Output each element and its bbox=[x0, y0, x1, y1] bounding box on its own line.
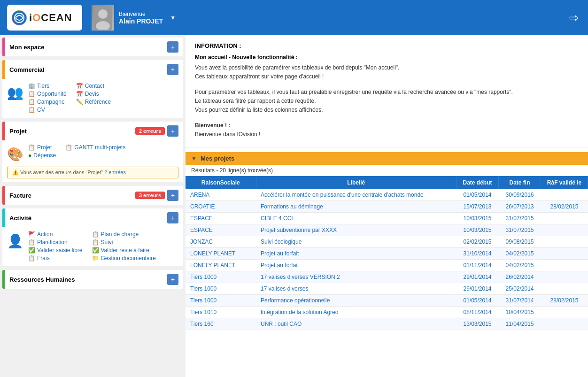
link-libelle[interactable]: Projet au forfait bbox=[261, 250, 299, 257]
link-date-debut[interactable]: 01/05/2014 bbox=[463, 192, 491, 198]
link-cv[interactable]: 📋CV bbox=[28, 107, 67, 113]
projets-toggle[interactable]: ▼ bbox=[191, 155, 197, 162]
link-libelle[interactable]: 17 valises diverses VERSION 2 bbox=[261, 274, 340, 280]
col-header-raison[interactable]: RaisonSociale bbox=[186, 176, 256, 189]
link-opportunite[interactable]: 📋Opportunité bbox=[28, 91, 67, 97]
link-date-fin[interactable]: 09/08/2015 bbox=[505, 239, 534, 245]
link-date-fin[interactable]: 31/07/2015 bbox=[505, 215, 534, 222]
link-campagne[interactable]: 📋Campagne bbox=[28, 99, 67, 105]
link-libelle[interactable]: Projet au forfait bbox=[261, 262, 299, 269]
link-plan-charge[interactable]: 📋Plan de charge bbox=[92, 231, 156, 238]
link-date-debut[interactable]: 08/11/2014 bbox=[463, 309, 491, 315]
link-valider-saisie[interactable]: ✅Valider saisie libre bbox=[28, 247, 83, 254]
link-date-debut[interactable]: 01/05/2014 bbox=[463, 297, 491, 304]
pin-mon-espace[interactable]: + bbox=[167, 41, 178, 53]
link-gestion-doc[interactable]: 📁Gestion documentaire bbox=[92, 255, 156, 262]
projets-title: Mes projets bbox=[201, 155, 234, 162]
link-raison[interactable]: LONELY PLANET bbox=[190, 250, 235, 257]
pin-commercial[interactable]: + bbox=[167, 64, 178, 75]
info-title: INFORMATION : bbox=[195, 42, 579, 49]
link-date-fin[interactable]: 26/07/2013 bbox=[505, 203, 534, 210]
link-libelle[interactable]: Accélérer la montée en puissance d'une c… bbox=[261, 192, 424, 198]
link-contact[interactable]: 📅Contact bbox=[76, 83, 111, 89]
link-date-debut[interactable]: 29/01/2014 bbox=[463, 274, 491, 280]
link-date-fin[interactable]: 30/09/2016 bbox=[505, 192, 534, 198]
link-date-fin[interactable]: 10/04/2015 bbox=[505, 309, 534, 315]
link-frais[interactable]: 📋Frais bbox=[28, 255, 83, 262]
link-date-fin[interactable]: 25/02/2014 bbox=[505, 285, 534, 292]
pin-activite[interactable]: + bbox=[167, 212, 178, 223]
link-libelle[interactable]: Performance opérationnelle bbox=[261, 297, 330, 304]
info-para-4: Le tableau sera filtré par rapport à cet… bbox=[195, 98, 579, 104]
pin-facture[interactable]: + bbox=[167, 190, 178, 201]
logout-button[interactable]: ⇨ bbox=[569, 11, 579, 24]
info-para-3: Pour paramétrer vos tableaux, il vous fa… bbox=[195, 89, 579, 95]
link-raison[interactable]: Tiers 1000 bbox=[190, 274, 217, 280]
link-gantt[interactable]: 📋GANTT multi-projets bbox=[65, 144, 125, 151]
projets-header: ▼ Mes projets bbox=[186, 152, 588, 165]
projets-section: ▼ Mes projets Résultats - 20 ligne(s) tr… bbox=[186, 152, 588, 330]
link-reference[interactable]: ✏️Référence bbox=[76, 99, 111, 105]
link-raison[interactable]: CROATIE bbox=[190, 203, 215, 210]
link-date-debut[interactable]: 01/11/2014 bbox=[463, 262, 491, 269]
cell-raison: ARENA bbox=[186, 189, 256, 201]
link-action[interactable]: 🚩Action bbox=[28, 231, 83, 238]
cell-date-debut: 29/01/2014 bbox=[456, 271, 499, 283]
link-devis[interactable]: 📅Devis bbox=[76, 91, 111, 97]
link-raison[interactable]: Tiers 160 bbox=[190, 321, 214, 327]
cell-raison: Tiers 1000 bbox=[186, 283, 256, 295]
link-date-fin[interactable]: 04/02/2015 bbox=[505, 250, 534, 257]
link-valider-reste[interactable]: ✅Valider reste à faire bbox=[92, 247, 156, 254]
link-date-fin[interactable]: 31/07/2014 bbox=[505, 297, 534, 304]
link-depense[interactable]: ●Dépense bbox=[28, 152, 56, 159]
link-date-fin[interactable]: 31/07/2015 bbox=[505, 227, 534, 233]
link-tiers[interactable]: 🏢Tiers bbox=[28, 83, 67, 89]
projet-links: 📋Projet ●Dépense 📋GANTT multi-projets bbox=[28, 144, 178, 162]
col-header-date-debut[interactable]: Date début bbox=[456, 176, 499, 189]
link-raison[interactable]: Tiers 1000 bbox=[190, 297, 217, 304]
link-date-debut[interactable]: 29/01/2014 bbox=[463, 285, 491, 292]
link-raison[interactable]: ESPACE bbox=[190, 227, 213, 233]
link-raf[interactable]: 28/02/2015 bbox=[550, 297, 578, 304]
projet-col2: 📋GANTT multi-projets bbox=[65, 144, 125, 162]
col-header-raf[interactable]: RàF validé le bbox=[541, 176, 588, 189]
link-libelle[interactable]: UNR : outil CAO bbox=[261, 321, 302, 327]
link-libelle[interactable]: Suivi écologique bbox=[261, 239, 302, 245]
link-libelle[interactable]: CIBLE 4 CCI bbox=[261, 215, 293, 222]
link-date-debut[interactable]: 15/07/2013 bbox=[463, 203, 491, 210]
link-libelle[interactable]: Projet subventionné par XXXX bbox=[261, 227, 337, 233]
link-suivi[interactable]: 📋Suivi bbox=[92, 239, 156, 246]
link-planification[interactable]: 📋Planification bbox=[28, 239, 83, 246]
link-raf[interactable]: 28/02/2015 bbox=[550, 203, 578, 210]
link-projet[interactable]: 📋Projet bbox=[28, 144, 56, 151]
link-date-debut[interactable]: 13/03/2015 bbox=[463, 321, 491, 327]
info-para-1: Vous avez la possibilité de paramétrer v… bbox=[195, 64, 579, 71]
link-libelle[interactable]: Formations au déminage bbox=[261, 203, 323, 210]
cell-date-fin: 25/02/2014 bbox=[499, 283, 541, 295]
pin-rh[interactable]: + bbox=[167, 274, 178, 285]
link-raison[interactable]: Tiers 1010 bbox=[190, 309, 217, 315]
link-raison[interactable]: Tiers 1000 bbox=[190, 285, 217, 292]
link-date-fin[interactable]: 04/02/2015 bbox=[505, 262, 534, 269]
link-libelle[interactable]: Intégration de la solution Agreo bbox=[261, 309, 338, 315]
link-raison[interactable]: ARENA bbox=[190, 192, 209, 198]
sidebar-label-commercial: Commercial bbox=[9, 66, 44, 73]
user-dropdown-arrow[interactable]: ▼ bbox=[170, 15, 176, 21]
cell-raison: Tiers 160 bbox=[186, 318, 256, 330]
link-date-fin[interactable]: 26/02/2014 bbox=[505, 274, 534, 280]
projet-col1: 📋Projet ●Dépense bbox=[28, 144, 56, 162]
link-date-debut[interactable]: 02/02/2015 bbox=[463, 239, 491, 245]
link-raison[interactable]: JONZAC bbox=[190, 239, 213, 245]
pin-projet[interactable]: + bbox=[167, 125, 178, 137]
link-date-debut[interactable]: 10/03/2015 bbox=[463, 215, 491, 222]
link-date-debut[interactable]: 31/10/2014 bbox=[463, 250, 491, 257]
projet-errors-link[interactable]: 2 entrées bbox=[104, 169, 126, 175]
link-raison[interactable]: LONELY PLANET bbox=[190, 262, 235, 269]
link-date-fin[interactable]: 11/04/2015 bbox=[505, 321, 534, 327]
col-header-date-fin[interactable]: Date fin bbox=[499, 176, 541, 189]
link-libelle[interactable]: 17 valises diverses bbox=[261, 285, 308, 292]
link-raison[interactable]: ESPACE bbox=[190, 215, 213, 222]
link-date-debut[interactable]: 10/03/2015 bbox=[463, 227, 491, 233]
col-header-libelle[interactable]: Libellé bbox=[256, 176, 456, 189]
cell-date-debut: 01/05/2014 bbox=[456, 189, 499, 201]
